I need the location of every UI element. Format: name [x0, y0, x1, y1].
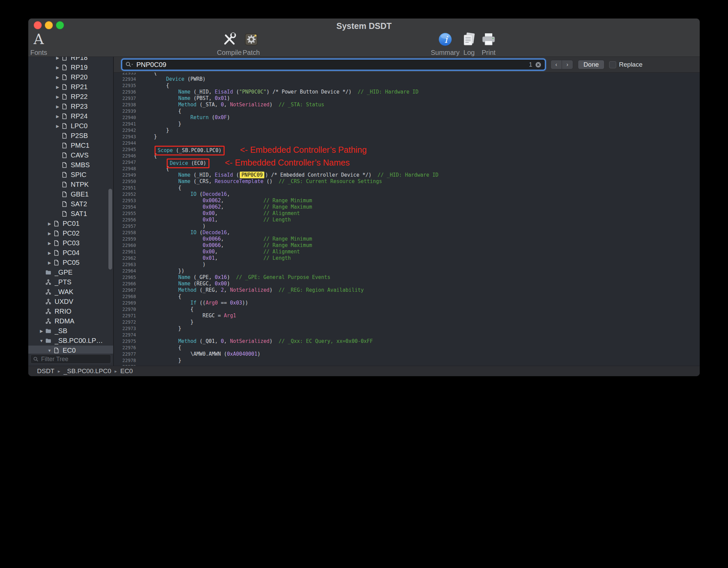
- doc-icon: [61, 152, 69, 158]
- code-line: 22933 {: [114, 73, 700, 76]
- patch-button[interactable]: Patch: [242, 31, 260, 57]
- window-title: System DSDT: [28, 21, 700, 31]
- sidebar-item--sb[interactable]: ▶_SB: [28, 326, 113, 336]
- line-number: 22977: [114, 351, 140, 357]
- sidebar-item-label: PC02: [63, 229, 79, 237]
- sidebar-item-pc04[interactable]: ▶PC04: [28, 248, 113, 258]
- code-line: 22956 0x01, // Length: [114, 217, 700, 223]
- sidebar-item-cavs[interactable]: CAVS: [28, 150, 113, 160]
- sidebar-item-spic[interactable]: SPIC: [28, 170, 113, 180]
- code-line: 22976 {: [114, 345, 700, 351]
- disclosure-closed-icon[interactable]: ▶: [46, 231, 53, 236]
- disclosure-closed-icon[interactable]: ▶: [54, 75, 61, 80]
- log-pages-icon: [462, 31, 476, 47]
- disclosure-open-icon[interactable]: ▼: [46, 348, 53, 353]
- sidebar-item-smbs[interactable]: SMBS: [28, 160, 113, 170]
- filter-tree-field[interactable]: [30, 354, 111, 364]
- sidebar-item-rp21[interactable]: ▶RP21: [28, 82, 113, 92]
- sidebar-item-pc02[interactable]: ▶PC02: [28, 228, 113, 238]
- disclosure-closed-icon[interactable]: ▶: [54, 65, 61, 70]
- print-button[interactable]: Print: [481, 31, 496, 57]
- code-editor[interactable]: 22933 {22934 Device (PWRB)22935 {22936 N…: [114, 73, 700, 366]
- sidebar-item-rp24[interactable]: ▶RP24: [28, 111, 113, 121]
- disclosure-closed-icon[interactable]: ▶: [46, 241, 53, 246]
- line-number: 22972: [114, 319, 140, 325]
- line-number: 22944: [114, 140, 140, 146]
- summary-button[interactable]: i Summary: [431, 31, 460, 57]
- dsdt-tree[interactable]: ▶RP18▶RP19▶RP20▶RP21▶RP22▶RP23▶RP24▶LPC0…: [28, 57, 113, 354]
- line-number: 22948: [114, 166, 140, 172]
- disclosure-closed-icon[interactable]: ▶: [54, 114, 61, 119]
- code-line: 22968 {: [114, 293, 700, 300]
- done-button[interactable]: Done: [578, 60, 604, 69]
- sidebar-item-label: CAVS: [71, 151, 89, 159]
- sidebar-item-pc05[interactable]: ▶PC05: [28, 258, 113, 268]
- find-field[interactable]: 1: [121, 59, 546, 71]
- find-previous-button[interactable]: ‹: [551, 60, 562, 69]
- sidebar-item-rp22[interactable]: ▶RP22: [28, 92, 113, 102]
- sidebar-item-sat1[interactable]: SAT1: [28, 209, 113, 219]
- sidebar-item-pc03[interactable]: ▶PC03: [28, 238, 113, 248]
- sidebar-scrollbar[interactable]: [108, 189, 112, 270]
- code-line: 22974: [114, 332, 700, 338]
- code-line: 22950 Name (_CRS, ResourceTemplate () //…: [114, 178, 700, 185]
- sidebar-item-rp18[interactable]: ▶RP18: [28, 57, 113, 63]
- sidebar-item-uxdv[interactable]: UXDV: [28, 297, 113, 307]
- sidebar-item-label: _SB.PC00.LP…: [55, 337, 103, 345]
- breadcrumb-item[interactable]: DSDT: [37, 367, 55, 375]
- find-input[interactable]: [136, 61, 526, 69]
- sidebar-item-label: PC04: [63, 249, 79, 257]
- filter-tree-input[interactable]: [40, 355, 108, 363]
- line-number: 22933: [114, 73, 140, 76]
- disclosure-closed-icon[interactable]: ▶: [46, 260, 53, 265]
- doc-icon: [61, 123, 69, 129]
- line-number: 22952: [114, 191, 140, 198]
- clear-search-icon[interactable]: [535, 62, 541, 68]
- sidebar-item-sat2[interactable]: SAT2: [28, 199, 113, 209]
- sidebar-item-label: PC03: [63, 239, 79, 247]
- disclosure-closed-icon[interactable]: ▶: [54, 104, 61, 109]
- disclosure-closed-icon[interactable]: ▶: [46, 221, 53, 226]
- replace-checkbox[interactable]: [609, 61, 616, 68]
- sidebar-item-p2sb[interactable]: P2SB: [28, 131, 113, 141]
- code-line: 22961 0x00, // Alignment: [114, 249, 700, 255]
- sidebar-item-label: _GPE: [55, 269, 72, 276]
- method-icon: [45, 318, 53, 324]
- disclosure-closed-icon[interactable]: ▶: [46, 251, 53, 255]
- breadcrumb-item[interactable]: _SB.PC00.LPC0: [64, 367, 111, 375]
- sidebar-item-gbe1[interactable]: GBE1: [28, 189, 113, 199]
- find-next-button[interactable]: ›: [562, 60, 573, 69]
- code-line: 22935 {: [114, 82, 700, 89]
- disclosure-open-icon[interactable]: ▼: [38, 339, 45, 343]
- sidebar-item-pmc1[interactable]: PMC1: [28, 141, 113, 150]
- sidebar-item-ec0[interactable]: ▼EC0: [28, 346, 113, 354]
- log-button[interactable]: Log: [462, 31, 476, 57]
- sidebar-item-rp19[interactable]: ▶RP19: [28, 63, 113, 72]
- doc-icon: [61, 211, 69, 217]
- sidebar-item-label: PMC1: [71, 142, 90, 149]
- sidebar-item--gpe[interactable]: _GPE: [28, 268, 113, 277]
- sidebar-item-rrio[interactable]: RRIO: [28, 307, 113, 316]
- sidebar-item--pts[interactable]: _PTS: [28, 277, 113, 287]
- sidebar-item-pc01[interactable]: ▶PC01: [28, 219, 113, 228]
- disclosure-closed-icon[interactable]: ▶: [54, 124, 61, 129]
- disclosure-closed-icon[interactable]: ▶: [54, 85, 61, 90]
- disclosure-closed-icon[interactable]: ▶: [38, 329, 45, 333]
- line-number: 22935: [114, 82, 140, 89]
- sidebar-item-label: RP20: [71, 73, 88, 81]
- sidebar-item-rp20[interactable]: ▶RP20: [28, 72, 113, 82]
- sidebar-item-label: RP22: [71, 93, 88, 101]
- sidebar-item-ntpk[interactable]: NTPK: [28, 180, 113, 189]
- breadcrumb-item[interactable]: EC0: [120, 367, 133, 375]
- disclosure-closed-icon[interactable]: ▶: [54, 95, 61, 99]
- disclosure-closed-icon[interactable]: ▶: [54, 57, 61, 60]
- sidebar-item--wak[interactable]: _WAK: [28, 287, 113, 297]
- sidebar-item-lpc0[interactable]: ▶LPC0: [28, 121, 113, 131]
- line-number: 22947: [114, 159, 140, 166]
- sidebar-item-rdma[interactable]: RDMA: [28, 316, 113, 326]
- sidebar-item-rp23[interactable]: ▶RP23: [28, 102, 113, 111]
- sidebar-item--sb-pc00-lp-[interactable]: ▼_SB.PC00.LP…: [28, 336, 113, 346]
- compile-button[interactable]: Compile: [217, 31, 241, 57]
- fonts-button[interactable]: A Fonts: [30, 31, 47, 57]
- code-line: 22937 Name (PBST, 0x01): [114, 95, 700, 102]
